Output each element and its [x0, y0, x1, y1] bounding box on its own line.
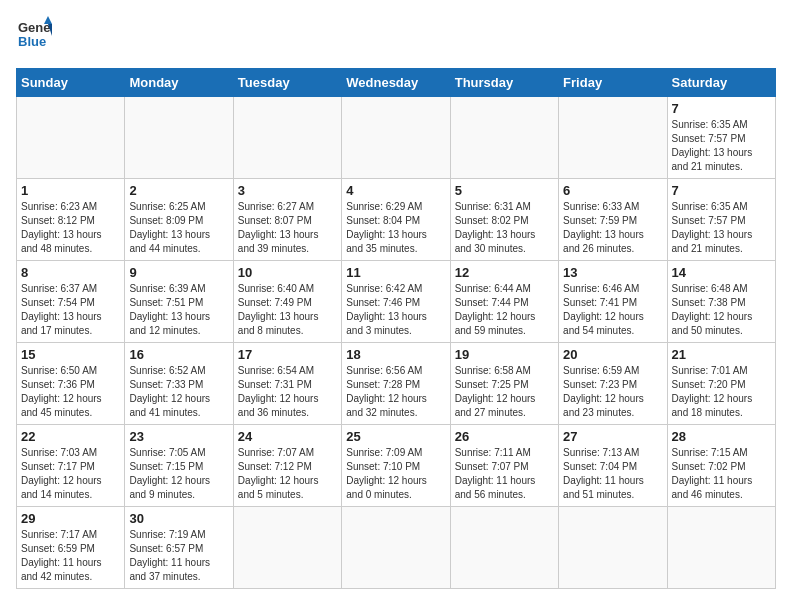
day-info: Sunrise: 6:29 AMSunset: 8:04 PMDaylight:…	[346, 200, 445, 256]
day-number: 15	[21, 347, 120, 362]
day-number: 20	[563, 347, 662, 362]
day-info: Sunrise: 7:01 AMSunset: 7:20 PMDaylight:…	[672, 364, 771, 420]
day-number: 5	[455, 183, 554, 198]
day-info: Sunrise: 6:35 AMSunset: 7:57 PMDaylight:…	[672, 118, 771, 174]
col-header-tuesday: Tuesday	[233, 69, 341, 97]
day-number: 11	[346, 265, 445, 280]
day-number: 30	[129, 511, 228, 526]
day-info: Sunrise: 6:25 AMSunset: 8:09 PMDaylight:…	[129, 200, 228, 256]
calendar-cell	[233, 97, 341, 179]
calendar-cell	[559, 97, 667, 179]
day-info: Sunrise: 6:33 AMSunset: 7:59 PMDaylight:…	[563, 200, 662, 256]
calendar-cell: 4 Sunrise: 6:29 AMSunset: 8:04 PMDayligh…	[342, 179, 450, 261]
day-number: 6	[563, 183, 662, 198]
calendar-cell: 21 Sunrise: 7:01 AMSunset: 7:20 PMDaylig…	[667, 343, 775, 425]
day-info: Sunrise: 7:05 AMSunset: 7:15 PMDaylight:…	[129, 446, 228, 502]
day-info: Sunrise: 6:27 AMSunset: 8:07 PMDaylight:…	[238, 200, 337, 256]
day-number: 17	[238, 347, 337, 362]
calendar-cell	[233, 507, 341, 589]
calendar-cell: 28 Sunrise: 7:15 AMSunset: 7:02 PMDaylig…	[667, 425, 775, 507]
calendar-cell: 13 Sunrise: 6:46 AMSunset: 7:41 PMDaylig…	[559, 261, 667, 343]
day-number: 29	[21, 511, 120, 526]
col-header-monday: Monday	[125, 69, 233, 97]
calendar-cell: 30 Sunrise: 7:19 AMSunset: 6:57 PMDaylig…	[125, 507, 233, 589]
calendar-cell	[17, 97, 125, 179]
day-number: 18	[346, 347, 445, 362]
calendar-cell: 6 Sunrise: 6:33 AMSunset: 7:59 PMDayligh…	[559, 179, 667, 261]
calendar-cell: 27 Sunrise: 7:13 AMSunset: 7:04 PMDaylig…	[559, 425, 667, 507]
calendar-cell: 16 Sunrise: 6:52 AMSunset: 7:33 PMDaylig…	[125, 343, 233, 425]
calendar-cell: 20 Sunrise: 6:59 AMSunset: 7:23 PMDaylig…	[559, 343, 667, 425]
calendar-week-5: 29 Sunrise: 7:17 AMSunset: 6:59 PMDaylig…	[17, 507, 776, 589]
day-info: Sunrise: 6:59 AMSunset: 7:23 PMDaylight:…	[563, 364, 662, 420]
calendar-cell: 5 Sunrise: 6:31 AMSunset: 8:02 PMDayligh…	[450, 179, 558, 261]
calendar-cell	[342, 507, 450, 589]
day-info: Sunrise: 6:23 AMSunset: 8:12 PMDaylight:…	[21, 200, 120, 256]
calendar-week-4: 22 Sunrise: 7:03 AMSunset: 7:17 PMDaylig…	[17, 425, 776, 507]
day-info: Sunrise: 6:50 AMSunset: 7:36 PMDaylight:…	[21, 364, 120, 420]
calendar-cell: 26 Sunrise: 7:11 AMSunset: 7:07 PMDaylig…	[450, 425, 558, 507]
calendar-cell: 10 Sunrise: 6:40 AMSunset: 7:49 PMDaylig…	[233, 261, 341, 343]
day-number: 28	[672, 429, 771, 444]
calendar-cell	[667, 507, 775, 589]
calendar-cell: 2 Sunrise: 6:25 AMSunset: 8:09 PMDayligh…	[125, 179, 233, 261]
day-info: Sunrise: 7:15 AMSunset: 7:02 PMDaylight:…	[672, 446, 771, 502]
calendar-cell: 14 Sunrise: 6:48 AMSunset: 7:38 PMDaylig…	[667, 261, 775, 343]
day-number: 7	[672, 183, 771, 198]
day-number: 22	[21, 429, 120, 444]
calendar-cell: 15 Sunrise: 6:50 AMSunset: 7:36 PMDaylig…	[17, 343, 125, 425]
calendar-week-0: 7 Sunrise: 6:35 AMSunset: 7:57 PMDayligh…	[17, 97, 776, 179]
calendar-cell	[559, 507, 667, 589]
day-number: 25	[346, 429, 445, 444]
day-number: 4	[346, 183, 445, 198]
day-info: Sunrise: 7:03 AMSunset: 7:17 PMDaylight:…	[21, 446, 120, 502]
day-number: 13	[563, 265, 662, 280]
calendar-cell: 9 Sunrise: 6:39 AMSunset: 7:51 PMDayligh…	[125, 261, 233, 343]
day-number: 10	[238, 265, 337, 280]
calendar-week-2: 8 Sunrise: 6:37 AMSunset: 7:54 PMDayligh…	[17, 261, 776, 343]
calendar-cell: 19 Sunrise: 6:58 AMSunset: 7:25 PMDaylig…	[450, 343, 558, 425]
day-info: Sunrise: 6:56 AMSunset: 7:28 PMDaylight:…	[346, 364, 445, 420]
calendar-cell: 7 Sunrise: 6:35 AMSunset: 7:57 PMDayligh…	[667, 179, 775, 261]
calendar-cell: 3 Sunrise: 6:27 AMSunset: 8:07 PMDayligh…	[233, 179, 341, 261]
calendar-cell	[450, 507, 558, 589]
page-header: General Blue	[16, 16, 776, 56]
day-info: Sunrise: 7:07 AMSunset: 7:12 PMDaylight:…	[238, 446, 337, 502]
day-number: 9	[129, 265, 228, 280]
calendar-cell	[125, 97, 233, 179]
calendar-cell: 29 Sunrise: 7:17 AMSunset: 6:59 PMDaylig…	[17, 507, 125, 589]
day-number: 12	[455, 265, 554, 280]
col-header-friday: Friday	[559, 69, 667, 97]
calendar-header: SundayMondayTuesdayWednesdayThursdayFrid…	[17, 69, 776, 97]
day-info: Sunrise: 6:31 AMSunset: 8:02 PMDaylight:…	[455, 200, 554, 256]
day-info: Sunrise: 6:44 AMSunset: 7:44 PMDaylight:…	[455, 282, 554, 338]
calendar-cell: 24 Sunrise: 7:07 AMSunset: 7:12 PMDaylig…	[233, 425, 341, 507]
col-header-wednesday: Wednesday	[342, 69, 450, 97]
day-number: 16	[129, 347, 228, 362]
calendar-cell: 23 Sunrise: 7:05 AMSunset: 7:15 PMDaylig…	[125, 425, 233, 507]
svg-text:Blue: Blue	[18, 34, 46, 49]
day-info: Sunrise: 7:19 AMSunset: 6:57 PMDaylight:…	[129, 528, 228, 584]
day-info: Sunrise: 6:35 AMSunset: 7:57 PMDaylight:…	[672, 200, 771, 256]
day-info: Sunrise: 6:48 AMSunset: 7:38 PMDaylight:…	[672, 282, 771, 338]
day-number: 21	[672, 347, 771, 362]
calendar-cell	[450, 97, 558, 179]
day-info: Sunrise: 6:42 AMSunset: 7:46 PMDaylight:…	[346, 282, 445, 338]
calendar-cell: 25 Sunrise: 7:09 AMSunset: 7:10 PMDaylig…	[342, 425, 450, 507]
calendar-table: SundayMondayTuesdayWednesdayThursdayFrid…	[16, 68, 776, 589]
day-info: Sunrise: 6:39 AMSunset: 7:51 PMDaylight:…	[129, 282, 228, 338]
calendar-week-1: 1 Sunrise: 6:23 AMSunset: 8:12 PMDayligh…	[17, 179, 776, 261]
day-number: 1	[21, 183, 120, 198]
day-info: Sunrise: 6:54 AMSunset: 7:31 PMDaylight:…	[238, 364, 337, 420]
day-info: Sunrise: 7:13 AMSunset: 7:04 PMDaylight:…	[563, 446, 662, 502]
calendar-cell: 8 Sunrise: 6:37 AMSunset: 7:54 PMDayligh…	[17, 261, 125, 343]
calendar-cell: 22 Sunrise: 7:03 AMSunset: 7:17 PMDaylig…	[17, 425, 125, 507]
day-number: 26	[455, 429, 554, 444]
day-number: 24	[238, 429, 337, 444]
day-number: 14	[672, 265, 771, 280]
logo: General Blue	[16, 16, 52, 56]
day-info: Sunrise: 6:37 AMSunset: 7:54 PMDaylight:…	[21, 282, 120, 338]
day-number: 2	[129, 183, 228, 198]
logo-icon: General Blue	[16, 16, 52, 56]
col-header-saturday: Saturday	[667, 69, 775, 97]
